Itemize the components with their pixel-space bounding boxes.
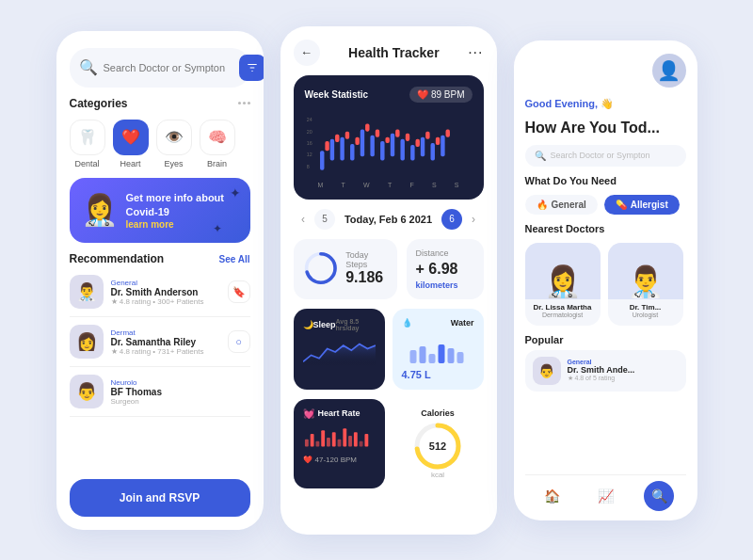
bpm-value: 89 BPM xyxy=(431,89,465,100)
water-drop-icon: 💧 xyxy=(402,318,412,328)
steps-card: Today Steps 9.186 xyxy=(294,239,397,299)
category-dental[interactable]: 🦷 Dental xyxy=(70,120,105,168)
svg-rect-27 xyxy=(415,138,419,146)
svg-rect-37 xyxy=(419,346,425,363)
svg-rect-36 xyxy=(409,350,416,363)
nearest-doc-1[interactable]: 👩‍⚕️ Dr. Lissa Martha Dermatologist xyxy=(525,243,601,326)
prev-date-arrow[interactable]: ‹ xyxy=(301,213,305,226)
recommendation-header: Recommendation See All xyxy=(70,252,250,265)
categories-header: Categories xyxy=(70,97,250,110)
date-5[interactable]: 5 xyxy=(314,209,335,230)
svg-rect-22 xyxy=(390,133,393,156)
heart-label: Heart xyxy=(120,159,140,168)
water-label: Water xyxy=(451,318,474,328)
heart-rate-icon: 💓 xyxy=(303,408,314,419)
nearest-doctors-label: Nearest Doctors xyxy=(525,223,686,234)
svg-rect-40 xyxy=(447,348,454,363)
nearest-doc-2[interactable]: 👨‍⚕️ Dr. Tim... Urologist xyxy=(608,243,683,326)
svg-rect-14 xyxy=(350,144,354,160)
sleep-chart-svg xyxy=(303,335,376,369)
svg-rect-44 xyxy=(315,440,319,446)
nav-search[interactable]: 🔍 xyxy=(644,481,674,511)
svg-rect-50 xyxy=(348,436,352,447)
nav-home[interactable]: 🏠 xyxy=(537,481,567,511)
search-bar-1[interactable]: 🔍 xyxy=(70,48,250,88)
banner-illustration: 👩‍⚕️ xyxy=(81,192,119,228)
next-date-arrow[interactable]: › xyxy=(472,213,475,226)
user-avatar[interactable]: 👤 xyxy=(652,54,686,88)
sleep-moon-icon: 🌙 xyxy=(303,320,313,329)
popular-doc-1[interactable]: 👨 General Dr. Smith Ande... ★ 4.8 of 5 r… xyxy=(525,350,686,392)
distance-unit: kilometers xyxy=(416,280,474,290)
more-button[interactable]: ··· xyxy=(468,44,483,61)
svg-rect-11 xyxy=(335,134,339,141)
doctor-avatar-1: 👨‍⚕️ xyxy=(70,275,104,309)
doctor-item-2[interactable]: 👩 Dermat Dr. Samantha Riley ★ 4.8 rating… xyxy=(70,325,250,367)
svg-rect-28 xyxy=(420,136,424,156)
dental-icon: 🦷 xyxy=(70,120,105,155)
heart-rate-card: 💓 Heart Rate ❤️ 47-120 BPM xyxy=(294,399,385,488)
doctor-specialty-3: Neurolo xyxy=(111,378,250,387)
doctor-item-3[interactable]: 👨 Neurolo BF Thomas Surgeon xyxy=(70,375,250,417)
category-brain[interactable]: 🧠 Brain xyxy=(200,120,235,168)
see-all-link[interactable]: See All xyxy=(219,254,250,264)
date-6[interactable]: 6 xyxy=(441,209,462,230)
health-tracker-title: Health Tracker xyxy=(348,45,440,60)
bookmark-btn-2[interactable]: ○ xyxy=(228,330,250,353)
sleep-label: Sleep xyxy=(313,320,336,329)
search-icon-3: 🔍 xyxy=(535,151,546,161)
doctor-avatar-2: 👩 xyxy=(70,325,104,359)
popular-avatar-1: 👨 xyxy=(533,357,561,385)
svg-rect-10 xyxy=(329,138,333,160)
filter-general[interactable]: 🔥 General xyxy=(525,195,598,215)
dental-label: Dental xyxy=(74,159,99,168)
heart-rate-chart-card: Week Statistic ❤️ 89 BPM 24 20 16 12 8 xyxy=(294,75,484,200)
heart-rate-label: Heart Rate xyxy=(318,408,360,418)
water-value: 4.75 L xyxy=(402,369,474,380)
health-tracker-header: ← Health Tracker ··· xyxy=(294,40,484,66)
calories-ring-chart: 512 xyxy=(413,422,462,471)
back-button[interactable]: ← xyxy=(294,40,320,66)
current-date: Today, Feb 6 2021 xyxy=(344,214,432,225)
doc-name-1: Dr. Lissa Martha xyxy=(530,303,596,312)
phone-screen-1: 🔍 Categories 🦷 Dental ❤️ Heart 👁️ Eyes 🧠… xyxy=(56,31,264,530)
nav-activity[interactable]: 📈 xyxy=(590,481,620,511)
category-heart[interactable]: ❤️ Heart xyxy=(113,120,149,168)
covid-banner: 👩‍⚕️ Get more info about Covid-19 learn … xyxy=(70,178,250,244)
search-icon-1: 🔍 xyxy=(79,58,98,76)
chart-header: Week Statistic ❤️ 89 BPM xyxy=(305,87,473,103)
doc-spec-1: Dermatologist xyxy=(542,312,583,318)
categories-menu[interactable] xyxy=(238,102,250,104)
doctor-avatar-3: 👨 xyxy=(70,375,104,408)
join-button[interactable]: Join and RSVP xyxy=(70,479,250,517)
svg-rect-33 xyxy=(445,129,449,136)
banner-link[interactable]: learn more xyxy=(126,219,239,230)
svg-text:12: 12 xyxy=(306,152,312,157)
svg-rect-41 xyxy=(457,352,463,363)
distance-card: Distance + 6.98 kilometers xyxy=(407,239,484,299)
doc-spec-2: Urologist xyxy=(633,312,659,318)
svg-rect-31 xyxy=(435,136,439,144)
bar-chart-svg: 24 20 16 12 8 xyxy=(305,110,473,178)
svg-rect-19 xyxy=(375,129,378,136)
filter-allergist[interactable]: 💊 Allergist xyxy=(604,195,680,215)
doctor-name-1: Dr. Smith Anderson xyxy=(111,287,220,297)
sleep-header: 🌙 Sleep Avg 8.5 hrs/day xyxy=(303,318,376,331)
svg-rect-13 xyxy=(344,131,348,138)
svg-rect-38 xyxy=(428,354,435,363)
bookmark-btn-1[interactable]: 🔖 xyxy=(228,280,250,303)
bottom-navigation: 🏠 📈 🔍 xyxy=(525,474,686,511)
popular-info-1: General Dr. Smith Ande... ★ 4.8 of 5 rat… xyxy=(568,359,635,382)
search-bar-3[interactable]: 🔍 Search Doctor or Sympton xyxy=(525,145,686,167)
category-eyes[interactable]: 👁️ Eyes xyxy=(156,120,192,168)
doc-name-2: Dr. Tim... xyxy=(626,303,665,312)
search-placeholder-3: Search Doctor or Sympton xyxy=(551,151,650,160)
popular-label: Popular xyxy=(525,334,686,345)
svg-rect-15 xyxy=(355,136,359,144)
doctor-item-1[interactable]: 👨‍⚕️ General Dr. Smith Anderson ★ 4.8 ra… xyxy=(70,275,250,317)
filter-button-1[interactable] xyxy=(239,55,264,81)
brain-label: Brain xyxy=(207,159,227,168)
svg-rect-42 xyxy=(304,439,308,446)
search-input-1[interactable] xyxy=(104,62,233,73)
heart-icon-chart: ❤️ xyxy=(417,89,428,100)
